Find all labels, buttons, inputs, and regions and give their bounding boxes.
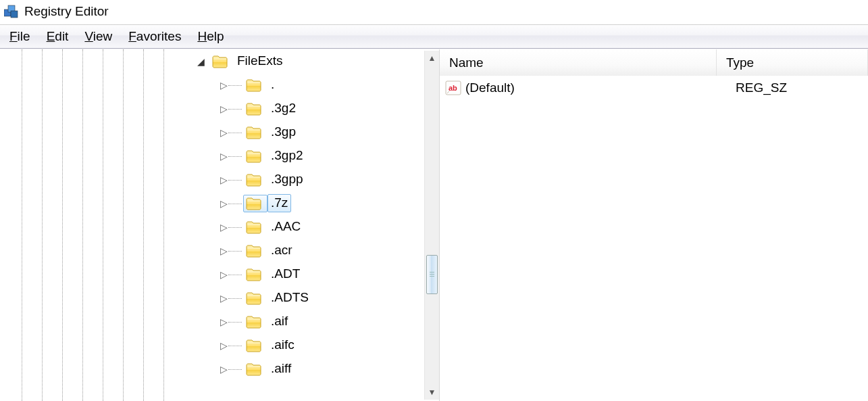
expand-icon[interactable]: ▷ (219, 340, 228, 351)
tree-item[interactable]: ▷.AAC (0, 215, 424, 239)
expand-icon[interactable]: ▷ (219, 293, 228, 304)
menu-edit[interactable]: Edit (40, 26, 76, 47)
menu-view[interactable]: View (78, 26, 119, 47)
folder-icon (243, 100, 267, 118)
expand-icon[interactable]: ▷ (219, 269, 228, 280)
tree-item[interactable]: ▷.7z (0, 191, 424, 215)
expand-icon[interactable]: ▷ (219, 198, 228, 209)
expand-icon[interactable]: ▷ (219, 103, 228, 114)
tree-pane: ◢FileExts▷.▷.3g2▷.3gp▷.3gp2▷.3gpp▷.7z▷.A… (0, 49, 440, 401)
tree-item[interactable]: ▷.ADTS (0, 286, 424, 310)
tree-connector (228, 168, 243, 191)
tree-view[interactable]: ◢FileExts▷.▷.3g2▷.3gp▷.3gp2▷.3gpp▷.7z▷.A… (0, 49, 424, 401)
scroll-track[interactable] (425, 66, 439, 385)
tree-connector (228, 239, 243, 262)
list-header: Name Type (440, 49, 868, 76)
tree-item-label: .7z (267, 194, 291, 212)
folder-icon (243, 171, 267, 189)
list-row[interactable]: (Default)REG_SZ (440, 76, 868, 99)
expand-icon[interactable]: ▷ (219, 127, 228, 138)
tree-connector (228, 191, 243, 215)
folder-icon (243, 147, 267, 165)
tree-item-label: FileExts (234, 52, 286, 70)
expand-icon[interactable]: ▷ (219, 245, 228, 256)
tree-item-label: .ADT (267, 265, 303, 283)
tree-item[interactable]: ▷.3gpp (0, 168, 424, 191)
menu-favorites[interactable]: Favorites (122, 26, 188, 47)
tree-item-label: .acr (267, 241, 296, 260)
folder-icon (243, 360, 267, 378)
expand-icon[interactable]: ▷ (219, 80, 228, 91)
folder-icon (243, 337, 267, 354)
value-name: (Default) (465, 80, 736, 95)
expand-icon[interactable]: ▷ (219, 316, 228, 327)
client-area: ◢FileExts▷.▷.3g2▷.3gp▷.3gp2▷.3gpp▷.7z▷.A… (0, 49, 868, 401)
menu-bar: File Edit View Favorites Help (0, 24, 868, 49)
tree-item[interactable]: ▷.aifc (0, 333, 424, 357)
expand-icon[interactable]: ▷ (219, 151, 228, 162)
scroll-thumb[interactable] (426, 255, 438, 294)
expand-icon[interactable]: ▷ (219, 222, 228, 233)
scroll-down-icon[interactable]: ▼ (425, 385, 439, 400)
folder-icon (243, 289, 267, 307)
folder-icon (243, 76, 267, 94)
tree-item[interactable]: ▷.3gp2 (0, 144, 424, 168)
tree-item-fileexts[interactable]: ◢FileExts (0, 49, 424, 73)
tree-item-label: .aif (267, 312, 291, 331)
column-header-type[interactable]: Type (717, 49, 868, 76)
collapse-icon[interactable]: ◢ (196, 56, 205, 67)
menu-file[interactable]: File (3, 26, 37, 47)
folder-icon (243, 195, 267, 212)
tree-connector (228, 262, 243, 286)
tree-connector (228, 97, 243, 120)
tree-item[interactable]: ▷.3gp (0, 120, 424, 144)
tree-connector (228, 73, 243, 97)
folder-icon (243, 124, 267, 141)
vertical-scrollbar[interactable]: ▲ ▼ (424, 51, 439, 400)
tree-connector (228, 144, 243, 168)
tree-item[interactable]: ▷.aiff (0, 357, 424, 381)
app-icon (4, 4, 19, 19)
list-body[interactable]: (Default)REG_SZ (440, 76, 868, 401)
folder-icon (243, 218, 267, 236)
tree-connector (228, 310, 243, 333)
folder-icon (243, 242, 267, 260)
tree-connector (228, 286, 243, 310)
tree-item-label: .ADTS (267, 289, 312, 307)
title-bar: Registry Editor (0, 0, 868, 24)
tree-item-label: .3gp2 (267, 147, 307, 165)
string-value-icon (445, 80, 461, 95)
expand-icon[interactable]: ▷ (219, 364, 228, 375)
tree-connector (228, 333, 243, 357)
tree-connector (228, 120, 243, 144)
tree-item[interactable]: ▷.3g2 (0, 97, 424, 120)
folder-icon (243, 313, 267, 331)
tree-item-label: .AAC (267, 218, 304, 236)
menu-help[interactable]: Help (190, 26, 230, 47)
tree-item[interactable]: ▷. (0, 73, 424, 97)
column-header-name[interactable]: Name (440, 49, 717, 76)
expand-icon[interactable]: ▷ (219, 174, 228, 185)
folder-icon (209, 53, 234, 70)
tree-item[interactable]: ▷.aif (0, 310, 424, 333)
tree-item-label: . (267, 76, 278, 94)
list-pane: Name Type (Default)REG_SZ (440, 49, 868, 401)
tree-connector (228, 357, 243, 381)
tree-item-label: .3gpp (267, 170, 307, 189)
tree-item-label: .3gp (267, 123, 299, 141)
tree-item-label: .3g2 (267, 99, 299, 118)
folder-icon (243, 266, 267, 283)
tree-connector (228, 215, 243, 239)
registry-editor-window: Registry Editor File Edit View Favorites… (0, 0, 868, 401)
tree-item-label: .aifc (267, 336, 298, 354)
window-title: Registry Editor (24, 4, 109, 19)
scroll-up-icon[interactable]: ▲ (425, 51, 439, 66)
tree-item[interactable]: ▷.acr (0, 239, 424, 262)
value-type: REG_SZ (736, 80, 863, 95)
tree-item-label: .aiff (267, 360, 295, 378)
tree-item[interactable]: ▷.ADT (0, 262, 424, 286)
